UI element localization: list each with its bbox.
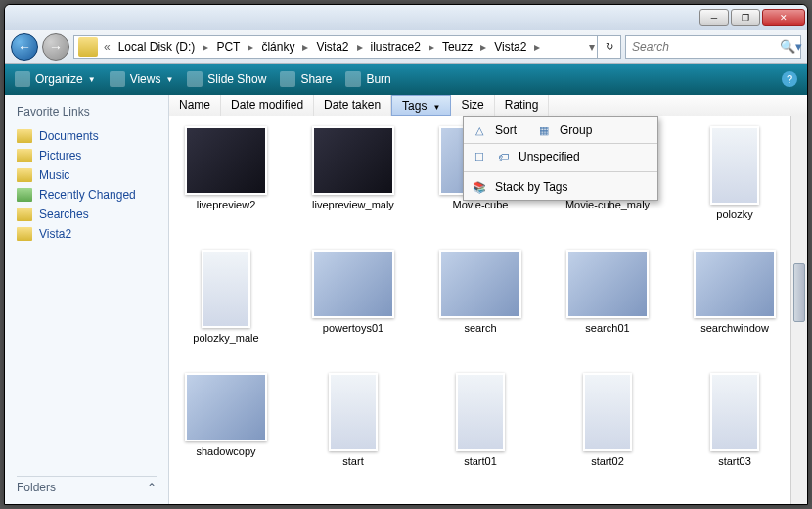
file-thumbnail[interactable]: search01: [559, 250, 656, 344]
column-header-size[interactable]: Size: [451, 95, 494, 116]
folder-icon: [17, 168, 32, 182]
breadcrumb[interactable]: « Local Disk (D:)▸PCT▸články▸Vista2▸ilus…: [73, 35, 621, 59]
file-thumbnail[interactable]: livepreview2: [177, 126, 275, 220]
file-thumbnail[interactable]: start03: [686, 373, 784, 467]
folder-icon: [17, 129, 32, 143]
sort-icon[interactable]: △: [472, 122, 487, 138]
search-icon[interactable]: 🔍: [780, 39, 795, 54]
column-header-date-modified[interactable]: Date modified: [221, 95, 314, 116]
explorer-window: ─ ❐ ✕ ← → « Local Disk (D:)▸PCT▸články▸V…: [4, 4, 808, 505]
views-button[interactable]: Views▼: [110, 71, 174, 87]
breadcrumb-segment[interactable]: Vista2: [488, 40, 532, 54]
column-header-rating[interactable]: Rating: [495, 95, 550, 116]
file-thumbnail[interactable]: searchwindow: [686, 250, 784, 344]
body: Favorite Links DocumentsPicturesMusicRec…: [5, 95, 807, 504]
chevron-right-icon[interactable]: ▸: [427, 40, 436, 54]
checkbox-icon: ☐: [472, 149, 487, 164]
file-thumbnail[interactable]: start: [304, 373, 402, 467]
thumbnail-image: [710, 126, 759, 205]
chevron-right-icon[interactable]: ▸: [478, 40, 488, 54]
scrollbar[interactable]: [790, 116, 807, 504]
thumbnail-label: search: [464, 322, 496, 334]
refresh-button[interactable]: ↻: [597, 36, 620, 58]
chevron-right-icon[interactable]: ▸: [355, 40, 365, 54]
thumbnail-label: searchwindow: [700, 322, 769, 334]
breadcrumb-segment[interactable]: Local Disk (D:): [113, 40, 202, 54]
chevron-right-icon[interactable]: ▸: [300, 40, 310, 54]
sidebar-link-label: Searches: [39, 208, 89, 221]
thumbnail-label: shadowcopy: [196, 445, 255, 457]
sidebar-link-searches[interactable]: Searches: [17, 205, 157, 224]
sidebar-link-documents[interactable]: Documents: [17, 126, 157, 146]
thumbnail-image: [583, 373, 632, 451]
minimize-button[interactable]: ─: [699, 9, 729, 26]
burn-button[interactable]: Burn: [345, 71, 390, 87]
column-header-tags[interactable]: Tags▼: [391, 95, 451, 116]
file-thumbnail[interactable]: search: [431, 250, 529, 344]
chevron-right-icon[interactable]: ▸: [532, 40, 542, 54]
toolbar: Organize▼ Views▼ Slide Show Share Burn ?: [5, 64, 807, 95]
breadcrumb-segment[interactable]: Vista2: [310, 40, 354, 54]
sidebar-link-label: Vista2: [39, 227, 71, 241]
thumbnail-label: start: [342, 455, 363, 467]
slideshow-button[interactable]: Slide Show: [187, 71, 266, 87]
column-header-name[interactable]: Name: [169, 95, 221, 116]
share-icon: [280, 71, 295, 87]
dropdown-header: △ Sort ▦ Group: [464, 117, 657, 144]
close-button[interactable]: ✕: [762, 9, 805, 26]
folder-icon: [17, 227, 32, 241]
maximize-button[interactable]: ❐: [731, 9, 760, 26]
thumbnail-image: [312, 250, 394, 318]
organize-button[interactable]: Organize▼: [15, 71, 96, 87]
menu-item-stack[interactable]: 📚 Stack by Tags: [464, 174, 657, 200]
file-thumbnail[interactable]: powertoys01: [304, 250, 402, 344]
sidebar-link-vista2[interactable]: Vista2: [17, 224, 157, 244]
thumbnail-image: [329, 373, 378, 451]
thumbnail-image: [456, 373, 505, 451]
help-button[interactable]: ?: [782, 71, 797, 87]
forward-button[interactable]: →: [42, 33, 69, 61]
sidebar-link-music[interactable]: Music: [17, 165, 157, 185]
thumbnail-label: start03: [718, 455, 751, 467]
menu-item-unspecified[interactable]: ☐ 🏷 Unspecified: [464, 144, 657, 169]
folder-icon: [17, 149, 32, 162]
thumbnail-image: [710, 373, 759, 451]
breadcrumb-segment[interactable]: články: [255, 40, 300, 54]
back-button[interactable]: ←: [11, 33, 38, 61]
chevron-right-icon[interactable]: ▸: [246, 40, 255, 54]
column-header-date-taken[interactable]: Date taken: [314, 95, 391, 116]
file-thumbnail[interactable]: start02: [559, 373, 656, 467]
thumbnail-label: start02: [591, 455, 624, 467]
chevron-left-icon[interactable]: «: [102, 40, 113, 54]
group-label[interactable]: Group: [560, 123, 592, 137]
tag-icon: 🏷: [495, 149, 511, 164]
folders-expander[interactable]: Folders ⌃: [17, 476, 157, 494]
search-box[interactable]: 🔍 ▾: [625, 35, 801, 59]
breadcrumb-segment[interactable]: ilustrace2: [365, 40, 427, 54]
menu-separator: [464, 171, 657, 172]
breadcrumb-segment[interactable]: Teuzz: [436, 40, 478, 54]
share-button[interactable]: Share: [280, 71, 332, 87]
thumbnail-image: [185, 126, 267, 195]
breadcrumb-segment[interactable]: PCT: [210, 40, 246, 54]
file-thumbnail[interactable]: livepreview_maly: [304, 126, 402, 220]
group-icon[interactable]: ▦: [536, 122, 552, 138]
chevron-down-icon[interactable]: ▾: [587, 40, 597, 54]
tags-dropdown-menu: △ Sort ▦ Group ☐ 🏷 Unspecified 📚 Stack b…: [463, 116, 658, 201]
thumbnail-image: [566, 250, 649, 318]
sort-label[interactable]: Sort: [495, 123, 517, 137]
slideshow-icon: [187, 71, 203, 87]
search-input[interactable]: [632, 40, 780, 54]
sidebar-link-label: Documents: [39, 129, 99, 143]
sidebar-link-recently-changed[interactable]: Recently Changed: [17, 185, 157, 205]
file-thumbnail[interactable]: polozky: [686, 126, 784, 220]
thumbnail-label: powertoys01: [323, 322, 383, 334]
file-thumbnail[interactable]: shadowcopy: [177, 373, 275, 467]
titlebar: ─ ❐ ✕: [5, 5, 807, 30]
file-thumbnail[interactable]: start01: [431, 373, 529, 467]
scrollbar-thumb[interactable]: [793, 263, 805, 322]
chevron-right-icon[interactable]: ▸: [201, 40, 210, 54]
file-thumbnail[interactable]: polozky_male: [177, 250, 275, 344]
search-dropdown-icon[interactable]: ▾: [795, 39, 802, 54]
sidebar-link-pictures[interactable]: Pictures: [17, 146, 157, 165]
